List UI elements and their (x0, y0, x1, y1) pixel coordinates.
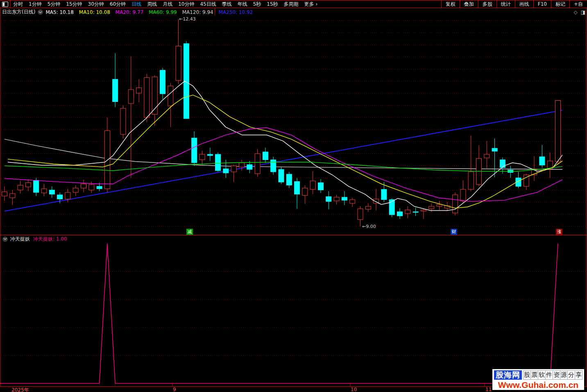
candle (334, 197, 339, 201)
candle (168, 86, 173, 106)
toolbar-button-叠加[interactable]: 叠加 (460, 0, 478, 8)
toolbar-button-+自[interactable]: +自 (569, 0, 587, 8)
candle (223, 169, 229, 173)
watermark-tagline: 股票软件资源分享 (524, 370, 582, 380)
ma-label-MA120: MA120: 9.94 (182, 9, 213, 15)
period-tab-15分钟[interactable]: 15分钟 (63, 1, 85, 8)
candle (136, 88, 142, 93)
candle (176, 46, 181, 81)
candle (81, 184, 86, 188)
period-tab-15秒[interactable]: 15秒 (264, 1, 281, 8)
period-tabs: 分时1分钟5分钟15分钟30分钟60分钟日线周线月线10分钟45日线季线年线5秒… (10, 1, 320, 8)
chevron-down-icon[interactable] (38, 9, 43, 15)
candle (365, 206, 371, 209)
candle (389, 200, 394, 215)
period-tab-5分钟[interactable]: 5分钟 (45, 1, 63, 8)
candle (492, 148, 497, 151)
period-tab-60分钟[interactable]: 60分钟 (107, 1, 129, 8)
candle (73, 188, 78, 192)
period-tab-多周期[interactable]: 多周期 (281, 1, 301, 8)
event-flag-减[interactable]: 减 (186, 229, 193, 235)
candle (255, 154, 260, 174)
ma-line-MA10 (8, 95, 562, 208)
price-annotation: ←9.00 (362, 224, 376, 229)
tdx-stock-app: { "toolbar": { "items": ["分时","1分钟","5分钟… (0, 0, 587, 392)
time-axis-label: 10 (351, 387, 357, 392)
candle (271, 160, 276, 172)
candle (192, 138, 197, 163)
toolbar-button-统计[interactable]: 统计 (496, 0, 515, 8)
toolbar-button-F10[interactable]: F10 (533, 0, 551, 8)
split-window-icon[interactable]: ◨ (581, 9, 585, 15)
candle (310, 181, 315, 189)
period-tab-年线[interactable]: 年线 (235, 1, 250, 8)
candle (49, 190, 54, 194)
toolbar-button-复权[interactable]: 复权 (441, 0, 460, 8)
candle (358, 209, 363, 220)
price-and-indicator-chart[interactable] (0, 0, 587, 392)
toolbar-button-画线[interactable]: 画线 (515, 0, 533, 8)
candle (484, 154, 490, 158)
indicator-line (0, 243, 558, 383)
candle (500, 160, 505, 167)
candle (215, 154, 221, 171)
ma-value-labels: MA5: 10.18MA10: 10.08MA20: 9.77MA60: 9.9… (45, 9, 258, 15)
time-axis-label: 11 (485, 387, 492, 392)
period-tab-5秒[interactable]: 5秒 (250, 1, 264, 8)
candle (286, 174, 292, 185)
candle (326, 197, 331, 202)
candle (113, 79, 118, 102)
candle (342, 197, 347, 200)
candle (405, 210, 410, 214)
period-tab-30分钟[interactable]: 30分钟 (85, 1, 107, 8)
period-tab-日线[interactable]: 日线 (129, 1, 144, 8)
time-axis-label: 2025年 (11, 387, 29, 392)
period-tab-10分钟[interactable]: 10分钟 (175, 1, 197, 8)
ma-line-MA5 (8, 81, 562, 210)
candle (279, 169, 284, 182)
toolbar-actions: 复权叠加多股统计画线F10标记+自 (441, 0, 587, 8)
period-tab-更多 ›[interactable]: 更多 › (301, 1, 321, 8)
window-layout-icon[interactable] (2, 2, 8, 7)
candle (453, 195, 458, 213)
candle (34, 180, 39, 193)
diamond-icon[interactable]: ◇ (573, 9, 577, 15)
toolbar-button-标记[interactable]: 标记 (551, 0, 569, 8)
event-flag-财[interactable]: 财 (451, 229, 457, 235)
price-annotation: ←12.43 (179, 16, 196, 22)
candle (437, 205, 442, 206)
event-flag-涨[interactable]: 涨 (556, 229, 562, 235)
candle (539, 157, 545, 165)
candle (120, 108, 126, 135)
candle (468, 172, 474, 189)
period-tab-季线[interactable]: 季线 (219, 1, 235, 8)
candle (41, 189, 47, 193)
indicator-name: 冲天捉妖 (10, 236, 30, 243)
watermark: 股海网 股票软件资源分享 Www.Guhai.com.cn (492, 369, 584, 390)
period-tab-周线[interactable]: 周线 (144, 1, 160, 8)
candle (57, 195, 63, 199)
period-tab-45日线[interactable]: 45日线 (197, 1, 219, 8)
ma-label-MA5: MA5: 10.18 (45, 9, 73, 15)
period-tab-1分钟[interactable]: 1分钟 (26, 1, 45, 8)
candle (65, 192, 70, 199)
chevron-down-icon[interactable] (2, 237, 8, 242)
candle (397, 212, 403, 216)
candle (89, 185, 94, 190)
candle (421, 210, 426, 211)
period-tab-分时[interactable]: 分时 (10, 1, 26, 8)
ma-label-MA10: MA10: 10.08 (79, 9, 110, 15)
candle (350, 200, 355, 203)
candle (413, 212, 418, 213)
chart-header: 日出东方(日线) MA5: 10.18MA10: 10.08MA20: 9.77… (0, 9, 587, 16)
candle (263, 152, 268, 160)
ma-label-MA250: MA250: 10.92 (219, 9, 253, 15)
period-tab-月线[interactable]: 月线 (160, 1, 175, 8)
candle (104, 131, 110, 189)
candle (25, 183, 31, 187)
candle (128, 90, 134, 104)
watermark-url: Www.Guhai.com.cn (494, 381, 582, 389)
candle (18, 185, 23, 190)
toolbar-button-多股[interactable]: 多股 (478, 0, 496, 8)
candle (318, 183, 324, 190)
